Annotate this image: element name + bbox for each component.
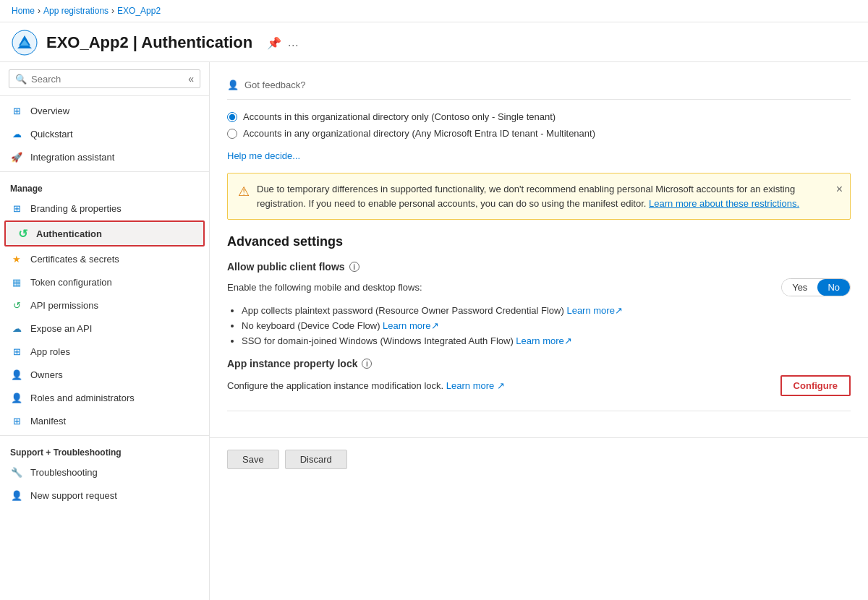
sidebar-item-roles-admin-label: Roles and administrators	[30, 393, 135, 403]
page-header: EXO_App2 | Authentication 📌 …	[0, 22, 868, 62]
sidebar-item-troubleshoot-label: Troubleshooting	[30, 467, 98, 478]
api-perm-icon: ↺	[10, 299, 23, 312]
troubleshoot-icon: 🔧	[10, 466, 23, 479]
sidebar-item-roles-admin[interactable]: 👤 Roles and administrators	[0, 386, 209, 409]
warning-banner: ⚠ Due to temporary differences in suppor…	[227, 173, 851, 220]
radio-single-tenant-label: Accounts in this organizational director…	[243, 111, 556, 122]
sidebar-item-authentication-label: Authentication	[36, 228, 102, 239]
sidebar-item-integration[interactable]: 🚀 Integration assistant	[0, 145, 209, 168]
radio-single-tenant-input[interactable]	[227, 112, 237, 122]
sidebar-item-certs[interactable]: ★ Certificates & secrets	[0, 247, 209, 270]
sidebar-nav: ⊞ Overview ☁ Quickstart 🚀 Integration as…	[0, 96, 209, 600]
bottom-actions: Save Discard	[210, 437, 868, 481]
feedback-text: Got feedback?	[244, 80, 306, 90]
property-lock-description: Configure the application instance modif…	[227, 380, 505, 391]
toggle-row: Enable the following mobile and desktop …	[227, 278, 851, 296]
sidebar-item-troubleshoot[interactable]: 🔧 Troubleshooting	[0, 460, 209, 484]
certs-icon: ★	[10, 252, 23, 265]
breadcrumb-app-registrations[interactable]: App registrations	[43, 6, 109, 16]
collapse-button[interactable]: «	[188, 73, 194, 85]
sidebar-item-owners-label: Owners	[30, 369, 63, 380]
radio-multi-tenant-label: Accounts in any organizational directory…	[243, 128, 595, 139]
public-client-flows-title: Allow public client flows i	[227, 261, 851, 273]
discard-button[interactable]: Discard	[285, 450, 347, 469]
configure-button[interactable]: Configure	[780, 375, 851, 396]
warning-text: Due to temporary differences in supporte…	[257, 182, 840, 210]
sidebar-item-api-perm[interactable]: ↺ API permissions	[0, 293, 209, 317]
expose-icon: ☁	[10, 322, 23, 335]
radio-multi-tenant-input[interactable]	[227, 129, 237, 139]
sidebar-item-quickstart[interactable]: ☁ Quickstart	[0, 122, 209, 145]
sidebar-item-manifest-label: Manifest	[30, 416, 66, 427]
property-lock-learn-more[interactable]: Learn more ↗	[446, 380, 505, 391]
bullet-item-3: SSO for domain-joined Windows (Windows I…	[242, 335, 851, 346]
pin-icon[interactable]: 📌	[267, 36, 281, 50]
property-lock-row: Configure the application instance modif…	[227, 375, 851, 396]
warning-close-button[interactable]: ×	[836, 181, 843, 198]
toggle-switch[interactable]: Yes No	[781, 278, 851, 296]
radio-group: Accounts in this organizational director…	[227, 111, 851, 139]
roles-admin-icon: 👤	[10, 391, 23, 404]
sidebar-item-token-label: Token configuration	[30, 277, 112, 288]
save-button[interactable]: Save	[227, 450, 279, 469]
integration-icon: 🚀	[10, 150, 23, 163]
page-title: EXO_App2 | Authentication	[46, 33, 252, 52]
feedback-bar: 👤 Got feedback?	[227, 74, 851, 100]
property-lock-title: App instance property lock i	[227, 358, 851, 369]
breadcrumb-current[interactable]: EXO_App2	[117, 6, 161, 16]
toggle-label: Enable the following mobile and desktop …	[227, 282, 422, 293]
app-icon	[12, 30, 38, 56]
header-actions: 📌 …	[267, 36, 299, 50]
sidebar-item-expose-label: Expose an API	[30, 323, 92, 334]
property-lock-section: App instance property lock i Configure t…	[227, 358, 851, 411]
manifest-icon: ⊞	[10, 414, 23, 427]
sidebar-item-expose[interactable]: ☁ Expose an API	[0, 317, 209, 340]
sidebar-item-support[interactable]: 👤 New support request	[0, 484, 209, 507]
manage-section-label: Manage	[0, 175, 209, 197]
overview-icon: ⊞	[10, 104, 23, 117]
feedback-icon: 👤	[227, 80, 239, 90]
sidebar-item-branding[interactable]: ⊞ Branding & properties	[0, 197, 209, 220]
sidebar-item-overview[interactable]: ⊞ Overview	[0, 99, 209, 122]
learn-more-link-3[interactable]: Learn more↗	[516, 335, 571, 346]
radio-single-tenant[interactable]: Accounts in this organizational director…	[227, 111, 851, 122]
token-icon: ▦	[10, 275, 23, 288]
quickstart-icon: ☁	[10, 127, 23, 140]
approles-icon: ⊞	[10, 345, 23, 358]
warning-icon: ⚠	[238, 182, 250, 210]
breadcrumb-home[interactable]: Home	[12, 6, 35, 16]
bullet-item-2: No keyboard (Device Code Flow) Learn mor…	[242, 320, 851, 331]
search-icon: 🔍	[15, 74, 27, 85]
sidebar: 🔍 « ⊞ Overview ☁ Quickstart 🚀 Integratio…	[0, 62, 210, 600]
more-icon[interactable]: …	[287, 36, 299, 49]
bullet-item-1: App collects plaintext password (Resourc…	[242, 305, 851, 316]
sidebar-item-api-perm-label: API permissions	[30, 300, 98, 311]
search-input[interactable]	[31, 74, 184, 85]
warning-learn-more-link[interactable]: Learn more about these restrictions.	[649, 198, 799, 209]
public-client-flows-info-icon[interactable]: i	[349, 262, 359, 272]
sidebar-item-certs-label: Certificates & secrets	[30, 254, 119, 265]
support-icon: 👤	[10, 489, 23, 502]
sidebar-item-quickstart-label: Quickstart	[30, 129, 73, 140]
breadcrumb: Home › App registrations › EXO_App2	[0, 0, 868, 22]
sidebar-search-container: 🔍 «	[0, 62, 209, 96]
sidebar-item-manifest[interactable]: ⊞ Manifest	[0, 409, 209, 432]
learn-more-link-1[interactable]: Learn more↗	[566, 305, 622, 316]
learn-more-link-2[interactable]: Learn more↗	[383, 320, 438, 331]
owners-icon: 👤	[10, 368, 23, 381]
help-decide-link[interactable]: Help me decide...	[227, 150, 300, 161]
radio-multi-tenant[interactable]: Accounts in any organizational directory…	[227, 128, 851, 139]
divider-support	[0, 435, 209, 436]
main-content: 👤 Got feedback? Accounts in this organiz…	[210, 62, 868, 600]
sidebar-item-owners[interactable]: 👤 Owners	[0, 363, 209, 386]
toggle-yes[interactable]: Yes	[782, 279, 817, 296]
sidebar-item-approles[interactable]: ⊞ App roles	[0, 340, 209, 363]
advanced-settings-title: Advanced settings	[227, 234, 851, 249]
toggle-no[interactable]: No	[817, 279, 850, 296]
sidebar-item-authentication[interactable]: ↺ Authentication	[6, 222, 203, 245]
sidebar-item-token[interactable]: ▦ Token configuration	[0, 270, 209, 293]
bullet-list: App collects plaintext password (Resourc…	[242, 305, 851, 346]
property-lock-info-icon[interactable]: i	[362, 359, 372, 369]
auth-icon: ↺	[16, 227, 29, 240]
sidebar-item-support-label: New support request	[30, 490, 117, 501]
